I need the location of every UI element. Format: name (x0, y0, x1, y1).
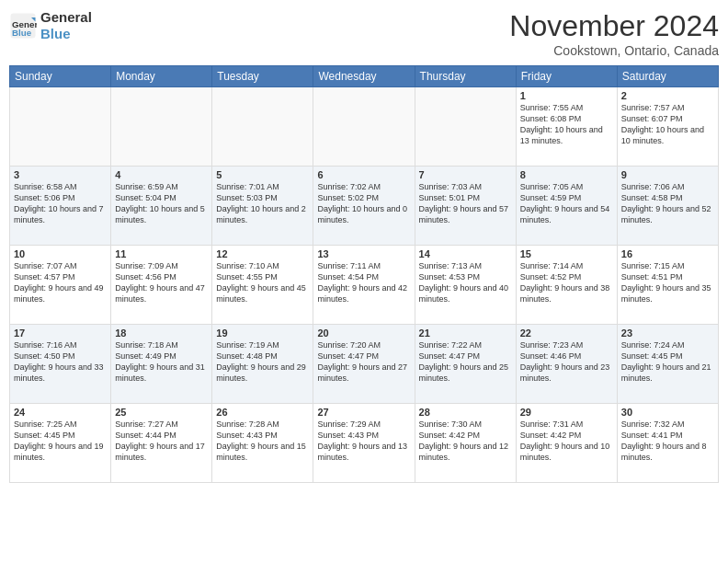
day-number: 23 (621, 327, 714, 339)
day-cell: 10Sunrise: 7:07 AM Sunset: 4:57 PM Dayli… (10, 246, 111, 325)
day-info: Sunrise: 7:23 AM Sunset: 4:46 PM Dayligh… (520, 339, 613, 385)
day-cell: 19Sunrise: 7:19 AM Sunset: 4:48 PM Dayli… (212, 325, 313, 404)
weekday-header-sunday: Sunday (10, 66, 111, 87)
day-info: Sunrise: 7:07 AM Sunset: 4:57 PM Dayligh… (14, 260, 107, 305)
day-info: Sunrise: 7:15 AM Sunset: 4:51 PM Dayligh… (621, 260, 714, 305)
day-info: Sunrise: 7:27 AM Sunset: 4:44 PM Dayligh… (115, 419, 208, 464)
day-number: 30 (621, 407, 714, 418)
day-cell: 9Sunrise: 7:06 AM Sunset: 4:58 PM Daylig… (617, 167, 718, 246)
day-info: Sunrise: 7:14 AM Sunset: 4:52 PM Dayligh… (520, 260, 613, 305)
week-row-5: 24Sunrise: 7:25 AM Sunset: 4:45 PM Dayli… (10, 404, 719, 483)
day-cell: 23Sunrise: 7:24 AM Sunset: 4:45 PM Dayli… (617, 325, 718, 404)
day-cell: 5Sunrise: 7:01 AM Sunset: 5:03 PM Daylig… (212, 167, 313, 246)
day-number: 2 (621, 90, 714, 101)
day-info: Sunrise: 7:32 AM Sunset: 4:41 PM Dayligh… (621, 419, 714, 464)
header: General Blue General Blue November 2024 … (9, 9, 719, 58)
page: General Blue General Blue November 2024 … (0, 0, 728, 563)
day-number: 15 (520, 248, 613, 259)
weekday-header-wednesday: Wednesday (313, 66, 415, 87)
day-info: Sunrise: 7:29 AM Sunset: 4:43 PM Dayligh… (317, 419, 410, 464)
day-info: Sunrise: 7:03 AM Sunset: 5:01 PM Dayligh… (419, 181, 512, 226)
day-info: Sunrise: 7:11 AM Sunset: 4:54 PM Dayligh… (317, 260, 410, 305)
day-info: Sunrise: 7:57 AM Sunset: 6:07 PM Dayligh… (621, 102, 714, 147)
day-info: Sunrise: 7:24 AM Sunset: 4:45 PM Dayligh… (621, 339, 714, 385)
logo-icon: General Blue (9, 12, 37, 40)
weekday-header-thursday: Thursday (415, 66, 516, 87)
day-number: 28 (419, 407, 512, 418)
day-cell: 27Sunrise: 7:29 AM Sunset: 4:43 PM Dayli… (313, 404, 415, 483)
day-cell: 30Sunrise: 7:32 AM Sunset: 4:41 PM Dayli… (617, 404, 718, 483)
day-number: 22 (520, 327, 613, 339)
day-info: Sunrise: 7:18 AM Sunset: 4:49 PM Dayligh… (115, 339, 208, 385)
day-info: Sunrise: 7:28 AM Sunset: 4:43 PM Dayligh… (216, 419, 309, 464)
day-cell (415, 87, 516, 167)
day-cell: 29Sunrise: 7:31 AM Sunset: 4:42 PM Dayli… (516, 404, 617, 483)
day-cell: 21Sunrise: 7:22 AM Sunset: 4:47 PM Dayli… (415, 325, 516, 404)
day-info: Sunrise: 7:13 AM Sunset: 4:53 PM Dayligh… (419, 260, 512, 305)
day-cell (10, 87, 111, 167)
day-cell: 1Sunrise: 7:55 AM Sunset: 6:08 PM Daylig… (516, 87, 617, 167)
day-cell: 8Sunrise: 7:05 AM Sunset: 4:59 PM Daylig… (516, 167, 617, 246)
day-cell: 25Sunrise: 7:27 AM Sunset: 4:44 PM Dayli… (111, 404, 212, 483)
day-cell: 6Sunrise: 7:02 AM Sunset: 5:02 PM Daylig… (313, 167, 415, 246)
day-number: 11 (115, 248, 208, 259)
day-info: Sunrise: 7:22 AM Sunset: 4:47 PM Dayligh… (419, 339, 512, 385)
day-info: Sunrise: 7:31 AM Sunset: 4:42 PM Dayligh… (520, 419, 613, 464)
weekday-header-saturday: Saturday (617, 66, 718, 87)
logo: General Blue General Blue (9, 9, 92, 42)
day-info: Sunrise: 7:06 AM Sunset: 4:58 PM Dayligh… (621, 181, 714, 226)
logo-general: General (40, 9, 92, 25)
day-info: Sunrise: 7:01 AM Sunset: 5:03 PM Dayligh… (216, 181, 309, 226)
day-number: 7 (419, 169, 512, 180)
month-title: November 2024 (509, 9, 719, 43)
day-number: 1 (520, 90, 613, 101)
day-cell: 22Sunrise: 7:23 AM Sunset: 4:46 PM Dayli… (516, 325, 617, 404)
title-block: November 2024 Cookstown, Ontario, Canada (509, 9, 719, 58)
weekday-header-friday: Friday (516, 66, 617, 87)
day-number: 10 (14, 248, 107, 259)
day-info: Sunrise: 7:25 AM Sunset: 4:45 PM Dayligh… (14, 419, 107, 464)
day-number: 5 (216, 169, 309, 180)
weekday-header-row: SundayMondayTuesdayWednesdayThursdayFrid… (10, 66, 719, 87)
day-cell (111, 87, 212, 167)
day-cell: 13Sunrise: 7:11 AM Sunset: 4:54 PM Dayli… (313, 246, 415, 325)
day-number: 27 (317, 407, 410, 418)
day-cell: 7Sunrise: 7:03 AM Sunset: 5:01 PM Daylig… (415, 167, 516, 246)
day-number: 19 (216, 327, 309, 339)
day-number: 29 (520, 407, 613, 418)
day-info: Sunrise: 7:09 AM Sunset: 4:56 PM Dayligh… (115, 260, 208, 305)
day-info: Sunrise: 7:16 AM Sunset: 4:50 PM Dayligh… (14, 339, 107, 385)
day-number: 13 (317, 248, 410, 259)
day-info: Sunrise: 7:20 AM Sunset: 4:47 PM Dayligh… (317, 339, 410, 385)
calendar-table: SundayMondayTuesdayWednesdayThursdayFrid… (9, 65, 719, 483)
day-cell: 16Sunrise: 7:15 AM Sunset: 4:51 PM Dayli… (617, 246, 718, 325)
day-info: Sunrise: 7:10 AM Sunset: 4:55 PM Dayligh… (216, 260, 309, 305)
week-row-2: 3Sunrise: 6:58 AM Sunset: 5:06 PM Daylig… (10, 167, 719, 246)
day-info: Sunrise: 7:55 AM Sunset: 6:08 PM Dayligh… (520, 102, 613, 147)
day-cell: 18Sunrise: 7:18 AM Sunset: 4:49 PM Dayli… (111, 325, 212, 404)
day-number: 14 (419, 248, 512, 259)
day-cell: 3Sunrise: 6:58 AM Sunset: 5:06 PM Daylig… (10, 167, 111, 246)
day-cell: 20Sunrise: 7:20 AM Sunset: 4:47 PM Dayli… (313, 325, 415, 404)
week-row-4: 17Sunrise: 7:16 AM Sunset: 4:50 PM Dayli… (10, 325, 719, 404)
day-number: 25 (115, 407, 208, 418)
day-info: Sunrise: 7:30 AM Sunset: 4:42 PM Dayligh… (419, 419, 512, 464)
day-cell (313, 87, 415, 167)
day-cell: 4Sunrise: 6:59 AM Sunset: 5:04 PM Daylig… (111, 167, 212, 246)
day-number: 4 (115, 169, 208, 180)
day-cell: 24Sunrise: 7:25 AM Sunset: 4:45 PM Dayli… (10, 404, 111, 483)
week-row-1: 1Sunrise: 7:55 AM Sunset: 6:08 PM Daylig… (10, 87, 719, 167)
weekday-header-tuesday: Tuesday (212, 66, 313, 87)
week-row-3: 10Sunrise: 7:07 AM Sunset: 4:57 PM Dayli… (10, 246, 719, 325)
logo-blue: Blue (40, 26, 92, 42)
weekday-header-monday: Monday (111, 66, 212, 87)
day-number: 26 (216, 407, 309, 418)
day-number: 20 (317, 327, 410, 339)
day-info: Sunrise: 7:05 AM Sunset: 4:59 PM Dayligh… (520, 181, 613, 226)
day-cell: 2Sunrise: 7:57 AM Sunset: 6:07 PM Daylig… (617, 87, 718, 167)
day-cell: 12Sunrise: 7:10 AM Sunset: 4:55 PM Dayli… (212, 246, 313, 325)
day-number: 16 (621, 248, 714, 259)
day-number: 24 (14, 407, 107, 418)
day-cell (212, 87, 313, 167)
day-number: 12 (216, 248, 309, 259)
